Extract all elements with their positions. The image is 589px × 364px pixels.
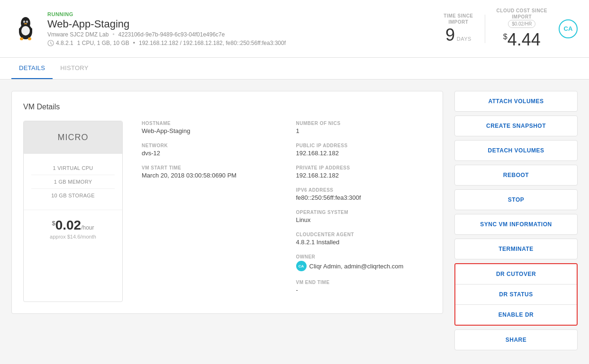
price-unit: /hour	[81, 224, 94, 231]
svg-rect-9	[28, 37, 31, 40]
user-avatar: CA	[559, 19, 578, 38]
os-logo	[11, 15, 40, 43]
vm-ip-addresses: 192.168.12.182 / 192.168.12.182, fe80::2…	[139, 40, 286, 46]
vm-tier-pricing: $0.02/hour approx $14.6/month	[24, 210, 122, 247]
stop-button[interactable]: STOP	[454, 189, 578, 210]
cloud-cost-stat: CLOUD COST SINCEIMPORT $0.02/HR $4.44	[497, 8, 547, 50]
enable-dr-button[interactable]: ENABLE DR	[455, 305, 577, 325]
price-display: $0.02/hour	[31, 218, 115, 233]
private-ip-value: 192.168.12.182	[296, 172, 432, 179]
svg-point-3	[24, 21, 25, 22]
cost-amount: 4.44	[507, 30, 541, 49]
vm-title: Web-App-Staging	[47, 18, 436, 30]
os-value: Linux	[296, 216, 432, 223]
svg-rect-10	[19, 28, 21, 33]
vm-end-time-label: VM END TIME	[296, 280, 432, 285]
vm-left-fields: HOSTNAME Web-App-Staging NETWORK dvs-12 …	[142, 121, 277, 302]
dr-cutover-button[interactable]: DR CUTOVER	[455, 264, 577, 284]
vm-tier-name: MICRO	[24, 121, 122, 154]
price-dollar: $	[52, 220, 55, 227]
tab-history[interactable]: HISTORY	[53, 58, 96, 79]
price-month: approx $14.6/month	[31, 234, 115, 240]
owner-avatar: CA	[296, 261, 307, 271]
svg-point-4	[27, 21, 27, 22]
owner-value: Cliqr Admin, admin@cliqrtech.com	[309, 263, 404, 270]
network-field: NETWORK dvs-12	[142, 143, 277, 157]
price-value: 0.02	[55, 218, 82, 232]
network-label: NETWORK	[142, 143, 277, 148]
dr-group: DR CUTOVER DR STATUS ENABLE DR	[454, 263, 578, 326]
public-ip-value: 192.168.12.182	[296, 150, 432, 157]
time-since-import-stat: TIME SINCEIMPORT 9 DAYS	[444, 13, 473, 45]
terminate-button[interactable]: TERMINATE	[454, 239, 578, 259]
vm-right-fields: NUMBER OF NICS 1 PUBLIC IP ADDRESS 192.1…	[296, 121, 432, 302]
separator-dot-2: •	[133, 40, 135, 46]
vm-details-card: VM Details MICRO 1 VIRTUAL CPU 1 GB MEMO…	[11, 91, 443, 314]
sync-vm-button[interactable]: SYNC VM INFORMATION	[454, 214, 578, 235]
separator-dot-1: •	[112, 31, 114, 38]
vm-end-time-value: -	[296, 286, 432, 293]
svg-rect-11	[30, 28, 32, 33]
reboot-button[interactable]: REBOOT	[454, 165, 578, 186]
attach-volumes-button[interactable]: ATTACH VOLUMES	[454, 91, 578, 112]
vm-specs-row: 4.8.2.1 1 CPU, 1 GB, 10 GB • 192.168.12.…	[47, 40, 436, 46]
vm-start-field: VM START TIME March 20, 2018 03:00:58:06…	[142, 165, 277, 179]
private-ip-label: PRIVATE IP ADDRESS	[296, 165, 432, 170]
svg-rect-8	[20, 37, 23, 40]
detach-volumes-button[interactable]: DETACH VOLUMES	[454, 140, 578, 161]
public-ip-label: PUBLIC IP ADDRESS	[296, 143, 432, 148]
nics-field: NUMBER OF NICS 1	[296, 121, 432, 134]
cost-dollar-sign: $	[503, 33, 507, 41]
left-panel: VM Details MICRO 1 VIRTUAL CPU 1 GB MEMO…	[11, 91, 443, 350]
cloud-cost-value-row: $0.02/HR $4.44	[497, 20, 547, 50]
create-snapshot-button[interactable]: CREATE SNAPSHOT	[454, 115, 578, 136]
spec-memory: 1 GB MEMORY	[31, 175, 115, 189]
vm-tier-box: MICRO 1 VIRTUAL CPU 1 GB MEMORY 10 GB ST…	[23, 121, 123, 302]
share-button[interactable]: SHARE	[454, 329, 578, 350]
spec-storage: 10 GB STORAGE	[31, 189, 115, 202]
vm-status: RUNNING	[47, 11, 436, 17]
vm-provider: Vmware SJC2 DMZ Lab	[47, 31, 109, 38]
vm-start-value: March 20, 2018 03:00:58:0690 PM	[142, 172, 277, 179]
version-icon: 4.8.2.1	[47, 40, 73, 46]
os-label: OPERATING SYSTEM	[296, 210, 432, 215]
svg-point-7	[21, 26, 30, 36]
agent-value: 4.8.2.1 Installed	[296, 239, 432, 246]
spec-cpu: 1 VIRTUAL CPU	[31, 161, 115, 175]
owner-label: OWNER	[296, 254, 432, 259]
vm-version: 4.8.2.1	[56, 40, 73, 46]
hostname-field: HOSTNAME Web-App-Staging	[142, 121, 277, 134]
vm-resources: 1 CPU, 1 GB, 10 GB	[77, 40, 129, 46]
agent-field: CLOUDCENTER AGENT 4.8.2.1 Installed	[296, 232, 432, 246]
owner-row: CA Cliqr Admin, admin@cliqrtech.com	[296, 261, 432, 271]
tab-bar: DETAILS HISTORY	[0, 58, 589, 80]
cloud-cost-label: CLOUD COST SINCEIMPORT	[497, 8, 547, 20]
right-panel: ATTACH VOLUMES CREATE SNAPSHOT DETACH VO…	[454, 91, 578, 350]
agent-label: CLOUDCENTER AGENT	[296, 232, 432, 237]
vm-info: RUNNING Web-App-Staging Vmware SJC2 DMZ …	[47, 11, 436, 46]
vm-start-label: VM START TIME	[142, 165, 277, 170]
page-header: RUNNING Web-App-Staging Vmware SJC2 DMZ …	[0, 0, 589, 58]
vm-instance-id: 4223106d-9e7b-9489-6c93-04f01e496c7e	[118, 31, 225, 38]
nics-label: NUMBER OF NICS	[296, 121, 432, 126]
header-stats: TIME SINCEIMPORT 9 DAYS CLOUD COST SINCE…	[444, 8, 578, 50]
vm-end-time-field: VM END TIME -	[296, 280, 432, 293]
tab-details[interactable]: DETAILS	[11, 58, 53, 79]
vm-details-grid: MICRO 1 VIRTUAL CPU 1 GB MEMORY 10 GB ST…	[23, 121, 431, 302]
dr-status-button[interactable]: DR STATUS	[455, 284, 577, 305]
ipv6-field: IPV6 ADDRESS fe80::250:56ff:fea3:300f	[296, 187, 432, 201]
days-number: 9	[445, 25, 455, 44]
days-unit: DAYS	[457, 36, 471, 42]
time-since-value: 9 DAYS	[444, 25, 473, 45]
time-since-label: TIME SINCEIMPORT	[444, 13, 473, 25]
hostname-label: HOSTNAME	[142, 121, 277, 126]
network-value: dvs-12	[142, 150, 277, 157]
nics-value: 1	[296, 127, 432, 134]
vm-tier-specs: 1 VIRTUAL CPU 1 GB MEMORY 10 GB STORAGE	[24, 154, 122, 210]
vm-details-heading: VM Details	[23, 103, 431, 111]
public-ip-field: PUBLIC IP ADDRESS 192.168.12.182	[296, 143, 432, 157]
stat-divider	[485, 15, 485, 43]
main-content: VM Details MICRO 1 VIRTUAL CPU 1 GB MEMO…	[0, 80, 589, 362]
ipv6-value: fe80::250:56ff:fea3:300f	[296, 194, 432, 201]
hostname-value: Web-App-Staging	[142, 127, 277, 134]
